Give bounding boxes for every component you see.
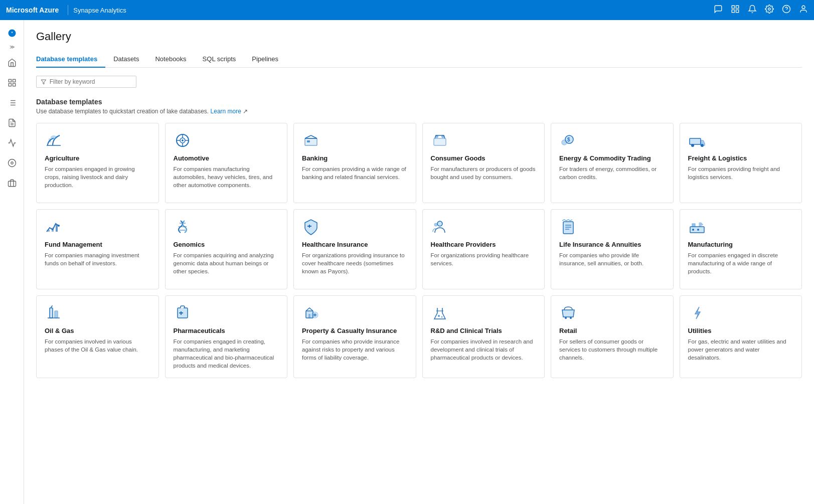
svg-point-80 (565, 317, 567, 319)
user-icon[interactable] (799, 5, 808, 16)
tab-datasets[interactable]: Datasets (105, 51, 147, 68)
template-card-icon (174, 131, 192, 149)
template-card[interactable]: R&D and Clinical Trials For companies in… (422, 295, 545, 378)
svg-rect-69 (50, 308, 53, 318)
svg-rect-47 (690, 138, 701, 144)
template-card-icon (688, 218, 706, 236)
template-card-title: Freight & Logistics (688, 154, 794, 162)
svg-point-46 (562, 140, 567, 145)
template-card-title: Automotive (174, 154, 279, 162)
svg-rect-58 (307, 226, 311, 227)
template-card-title: Healthcare Providers (431, 241, 537, 248)
template-card[interactable]: Healthcare Insurance For organizations p… (293, 209, 416, 289)
filter-keyword-input[interactable] (50, 78, 132, 85)
template-card-icon (688, 131, 706, 149)
page-title: Gallery (36, 30, 802, 43)
template-card[interactable]: $ Energy & Commodity Trading For traders… (551, 123, 674, 203)
svg-point-81 (570, 317, 572, 319)
svg-rect-52 (52, 228, 54, 232)
svg-rect-1 (736, 6, 739, 8)
sidebar-item-data[interactable] (3, 94, 21, 112)
notifications-icon[interactable] (748, 5, 757, 16)
template-card[interactable]: Utilities For gas, electric and water ut… (680, 295, 802, 378)
brand-label: Microsoft Azure (6, 6, 59, 14)
template-card-title: Oil & Gas (45, 327, 150, 334)
svg-point-35 (182, 139, 184, 141)
sidebar-item-info[interactable] (3, 24, 21, 42)
sidebar-item-scripts[interactable] (3, 114, 21, 132)
template-card[interactable]: Consumer Goods For manufacturers or prod… (422, 123, 545, 203)
template-card[interactable]: Automotive For companies manufacturing a… (165, 123, 288, 203)
svg-text:$: $ (567, 137, 570, 142)
learn-more-link[interactable]: Learn more (211, 108, 241, 115)
svg-point-42 (435, 135, 438, 138)
svg-point-43 (441, 135, 444, 138)
filter-icon (41, 79, 47, 85)
svg-point-23 (8, 159, 16, 167)
svg-rect-2 (736, 10, 739, 13)
svg-rect-11 (9, 79, 11, 82)
svg-line-40 (311, 135, 317, 138)
sidebar-item-manage[interactable] (3, 174, 21, 192)
feedback-icon[interactable] (714, 5, 723, 16)
svg-point-48 (691, 144, 694, 147)
svg-rect-41 (434, 138, 446, 145)
template-card[interactable]: Manufacturing For companies engaged in d… (680, 209, 802, 289)
template-card[interactable]: Oil & Gas For companies involved in vari… (36, 295, 159, 378)
sidebar-item-analytics[interactable] (3, 154, 21, 172)
portal-icon[interactable] (731, 5, 740, 16)
template-card-desc: For companies involved in research and d… (431, 338, 537, 362)
svg-point-4 (768, 8, 771, 11)
template-card[interactable]: Property & Casualty Insurance For compan… (293, 295, 416, 378)
template-card[interactable]: Life Insurance & Annuities For companies… (551, 209, 674, 289)
sidebar-item-monitor[interactable] (3, 134, 21, 152)
svg-point-27 (51, 135, 57, 139)
tab-notebooks[interactable]: Notebooks (147, 51, 194, 68)
svg-point-60 (434, 223, 437, 226)
template-card-icon (559, 304, 577, 322)
template-card[interactable]: Retail For sellers of consumer goods or … (551, 295, 674, 378)
sidebar-item-home[interactable] (3, 54, 21, 72)
settings-icon[interactable] (765, 5, 774, 16)
svg-point-7 (802, 6, 805, 9)
template-card[interactable]: Freight & Logistics For companies provid… (680, 123, 802, 203)
template-card[interactable]: Healthcare Providers For organizations p… (422, 209, 545, 289)
template-card[interactable]: Fund Management For companies managing i… (36, 209, 159, 289)
template-card-desc: For companies who provide life insurance… (559, 251, 665, 267)
tab-database-templates[interactable]: Database templates (36, 51, 105, 68)
template-card-title: R&D and Clinical Trials (431, 327, 537, 334)
svg-point-5 (783, 6, 790, 13)
tab-sql-scripts[interactable]: SQL scripts (195, 51, 244, 68)
template-card-title: Manufacturing (688, 241, 794, 248)
svg-rect-13 (13, 84, 15, 86)
tab-pipelines[interactable]: Pipelines (244, 51, 286, 68)
template-card-desc: For companies engaged in discrete manufa… (688, 251, 794, 275)
sidebar-item-integrate[interactable] (3, 74, 21, 92)
template-card-title: Agriculture (45, 154, 150, 162)
svg-rect-37 (307, 140, 310, 142)
template-card[interactable]: Agriculture For companies engaged in gro… (36, 123, 159, 203)
template-card-icon (431, 131, 449, 149)
template-card-desc: For companies providing freight and logi… (688, 165, 794, 181)
svg-rect-53 (56, 225, 58, 232)
template-card[interactable]: Genomics For companies acquiring and ana… (165, 209, 288, 289)
svg-rect-25 (8, 181, 16, 187)
template-card[interactable]: Pharmaceuticals For companies engaged in… (165, 295, 288, 378)
template-card[interactable]: Banking For companies providing a wide r… (293, 123, 416, 203)
help-icon[interactable] (782, 5, 791, 16)
svg-rect-36 (305, 138, 317, 145)
template-card-desc: For sellers of consumer goods or service… (559, 338, 665, 362)
svg-rect-66 (692, 224, 695, 227)
template-card-icon (431, 218, 449, 236)
template-card-icon (559, 218, 577, 236)
sidebar-expand-button[interactable]: ≫ (10, 44, 15, 50)
template-card-icon: $ (559, 131, 577, 149)
template-card-icon (302, 304, 320, 322)
template-card-desc: For traders of energy, commodities, or c… (559, 165, 665, 181)
svg-point-59 (437, 221, 442, 226)
template-card-icon (174, 218, 192, 236)
template-card-desc: For organizations providing healthcare s… (431, 251, 537, 267)
filter-input-container[interactable] (36, 76, 136, 88)
template-card-title: Genomics (174, 241, 279, 248)
template-card-icon (45, 131, 63, 149)
